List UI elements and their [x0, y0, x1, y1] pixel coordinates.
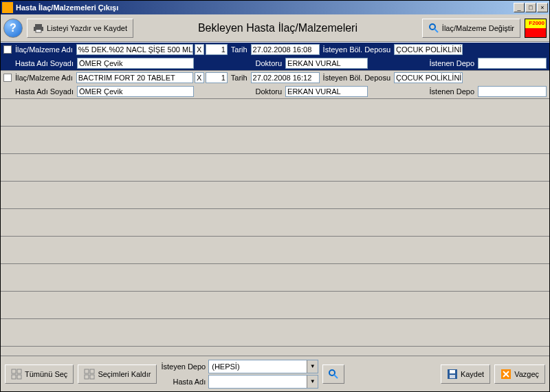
change-med-button[interactable]: İlaç/Malzeme Değiştir	[422, 19, 520, 38]
cancel-button[interactable]: Vazgeç	[494, 364, 545, 384]
med-row[interactable]: İlaç/Malzeme Adı BACTRIM FORT 20 TABLET …	[1, 71, 549, 99]
empty-row	[1, 292, 549, 319]
footer: Tümünü Seç Seçimleri Kaldır İsteyen Depo…	[1, 356, 549, 391]
svg-rect-6	[17, 369, 21, 373]
window-title: Hasta İlaç/Malzemeleri Çıkışı	[16, 3, 514, 12]
deselect-all-button[interactable]: Seçimleri Kaldır	[78, 364, 157, 384]
print-save-button[interactable]: Listeyi Yazdır ve Kaydet	[27, 19, 133, 38]
qty-field[interactable]: 1	[206, 44, 228, 55]
req-dept-store-label: İsteyen Böl. Deposu	[321, 45, 393, 54]
save-label: Kaydet	[461, 370, 484, 378]
req-dept-store-label: İsteyen Böl. Deposu	[321, 74, 393, 82]
filter-grid: İsteyen Depo (HEPSİ) ▼ Hasta Adı ▼	[161, 360, 318, 389]
patient-label: Hasta Adı Soyadı	[13, 59, 76, 67]
toolbar: ? Listeyi Yazdır ve Kaydet Bekleyen Hast…	[1, 14, 549, 42]
printer-icon	[33, 23, 44, 34]
med-name-label: İlaç/Malzeme Adı	[13, 74, 75, 82]
search-icon	[328, 369, 339, 380]
svg-rect-8	[17, 375, 21, 379]
row-checkbox[interactable]	[3, 74, 12, 82]
doctor-label: Doktoru	[254, 59, 285, 67]
empty-row	[1, 237, 549, 264]
doctor-field[interactable]: ERKAN VURAL	[285, 58, 368, 69]
list-area[interactable]: İlaç/Malzeme Adı %5 DEK.%02 NACL ŞİŞE 50…	[1, 42, 549, 356]
req-dept-store-field[interactable]: ÇOCUK POLİKLİNİ	[394, 72, 463, 83]
med-name-field[interactable]: BACTRIM FORT 20 TABLET	[76, 72, 193, 83]
empty-row	[1, 264, 549, 292]
req-store-label: İstenen Depo	[428, 59, 476, 67]
select-all-label: Tümünü Seç	[25, 370, 67, 378]
patient-field[interactable]: ÖMER Çevik	[77, 58, 194, 69]
qty-x-field: X	[195, 72, 204, 83]
empty-row	[1, 99, 549, 127]
window-controls: _ □ ×	[514, 3, 548, 12]
svg-rect-7	[12, 375, 16, 379]
svg-point-3	[430, 24, 435, 30]
med-name-field[interactable]: %5 DEK.%02 NACL ŞİŞE 500 ML(SETLİ)	[76, 44, 193, 55]
close-button[interactable]: ×	[537, 3, 548, 12]
svg-rect-11	[85, 375, 89, 379]
req-store-combo[interactable]: (HEPSİ) ▼	[208, 360, 318, 373]
cancel-label: Vazgeç	[514, 370, 539, 378]
svg-rect-0	[35, 24, 42, 27]
empty-row	[1, 127, 549, 154]
svg-rect-16	[450, 370, 455, 373]
row-line-1: İlaç/Malzeme Adı BACTRIM FORT 20 TABLET …	[1, 71, 549, 85]
print-save-label: Listeyi Yazdır ve Kaydet	[47, 24, 127, 32]
req-dept-store-field[interactable]: ÇOCUK POLİKLİNİ	[394, 44, 463, 55]
qty-x-field: X	[195, 44, 204, 55]
req-store-combo-value: (HEPSİ)	[209, 362, 307, 371]
empty-row	[1, 154, 549, 182]
select-all-button[interactable]: Tümünü Seç	[5, 364, 74, 384]
app-icon	[2, 2, 13, 13]
patient-label: Hasta Adı Soyadı	[13, 87, 76, 96]
maximize-button[interactable]: □	[525, 3, 536, 12]
chevron-down-icon[interactable]: ▼	[307, 375, 318, 388]
save-button[interactable]: Kaydet	[441, 364, 490, 384]
titlebar: Hasta İlaç/Malzemeleri Çıkışı _ □ ×	[1, 1, 549, 14]
toolbar-heading: Bekleyen Hasta İlaç/Malzemeleri	[138, 22, 418, 34]
select-all-icon	[11, 369, 22, 380]
empty-row	[1, 319, 549, 347]
patient-field[interactable]: ÖMER Çevik	[77, 86, 194, 97]
chevron-down-icon[interactable]: ▼	[307, 360, 318, 373]
req-store-filter-label: İsteyen Depo	[161, 362, 206, 371]
date-field[interactable]: 27.02.2008 16:12	[251, 72, 320, 83]
doctor-field[interactable]: ERKAN VURAL	[285, 86, 368, 97]
help-button[interactable]: ?	[3, 19, 23, 38]
row-line-1: İlaç/Malzeme Adı %5 DEK.%02 NACL ŞİŞE 50…	[1, 43, 549, 56]
req-store-label: İstenen Depo	[428, 87, 476, 96]
deselect-all-icon	[84, 369, 95, 380]
svg-rect-9	[85, 369, 89, 373]
req-store-field[interactable]	[478, 58, 547, 69]
patient-combo[interactable]: ▼	[208, 375, 318, 389]
row-line-2: Hasta Adı Soyadı ÖMER Çevik Doktoru ERKA…	[1, 85, 549, 98]
svg-rect-17	[450, 375, 455, 378]
empty-row	[1, 209, 549, 237]
search-button[interactable]	[322, 364, 344, 384]
deselect-all-label: Seçimleri Kaldır	[98, 370, 151, 378]
qty-field[interactable]: 1	[206, 72, 228, 83]
row-checkbox[interactable]	[3, 45, 12, 54]
change-med-label: İlaç/Malzeme Değiştir	[442, 24, 514, 32]
svg-rect-10	[90, 369, 94, 373]
patient-filter-label: Hasta Adı	[161, 378, 206, 386]
svg-line-4	[434, 29, 438, 32]
search-icon	[428, 23, 439, 34]
svg-rect-5	[12, 369, 16, 373]
cancel-icon	[500, 369, 512, 380]
minimize-button[interactable]: _	[514, 3, 525, 12]
svg-point-13	[329, 370, 335, 375]
row-line-2: Hasta Adı Soyadı ÖMER Çevik Doktoru ERKA…	[1, 56, 549, 70]
svg-line-14	[334, 375, 338, 378]
date-field[interactable]: 27.02.2008 16:08	[251, 44, 320, 55]
logo-badge: F2000	[525, 19, 547, 38]
date-label: Tarih	[229, 74, 250, 82]
svg-rect-12	[90, 375, 94, 379]
med-row[interactable]: İlaç/Malzeme Adı %5 DEK.%02 NACL ŞİŞE 50…	[1, 43, 549, 71]
empty-row	[1, 182, 549, 209]
app-window: Hasta İlaç/Malzemeleri Çıkışı _ □ × ? Li…	[0, 0, 550, 392]
save-icon	[447, 369, 458, 380]
req-store-field[interactable]	[478, 86, 547, 97]
doctor-label: Doktoru	[254, 87, 285, 96]
